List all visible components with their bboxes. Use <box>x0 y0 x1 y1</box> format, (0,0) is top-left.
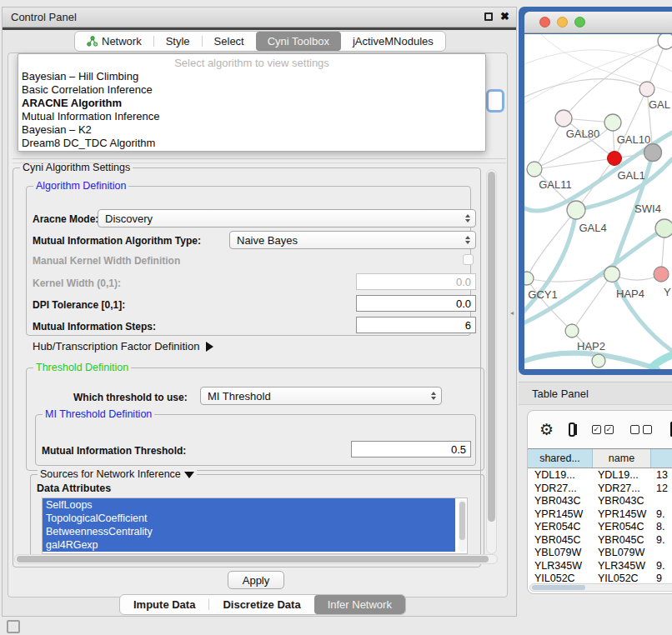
node-hap4[interactable] <box>604 267 620 282</box>
close-traffic-light-icon[interactable] <box>539 17 550 28</box>
column-header-shared-name[interactable]: shared... <box>528 449 593 468</box>
tab-jactivemnodules[interactable]: jActiveMNodules <box>341 32 445 51</box>
table-row[interactable]: YDR27... YDR27... 12 <box>528 482 672 496</box>
table-toolbar: ⚙ ✓ ✓ <box>528 411 672 448</box>
which-threshold-combo[interactable]: MI Threshold <box>200 387 442 405</box>
algorithm-option-selected[interactable]: ARACNE Algorithm <box>18 97 485 110</box>
manual-kernel-width-checkbox[interactable] <box>463 254 474 265</box>
cell-name: YBL079W <box>593 547 651 560</box>
node-gal80[interactable] <box>555 110 572 127</box>
mi-algorithm-type-combo[interactable]: Naive Bayes <box>229 231 476 249</box>
apply-button[interactable]: Apply <box>228 571 284 589</box>
cell-value <box>651 547 672 560</box>
kernel-width-field[interactable]: 0.0 <box>356 273 476 290</box>
table-row[interactable]: YDL19... YDL19... 13 <box>528 469 672 482</box>
node-label: GAL4 <box>579 222 606 234</box>
algorithm-option[interactable]: Bayesian – K2 <box>18 123 485 137</box>
cell-value: 9. <box>651 560 672 573</box>
cell-name: YLR345W <box>593 560 651 573</box>
node-label: GAL1 <box>617 169 644 182</box>
table-row[interactable]: YBL079W YBL079W <box>528 547 672 560</box>
network-window-titlebar[interactable] <box>524 12 672 33</box>
mi-threshold-label: Mutual Information Threshold: <box>42 445 186 457</box>
algorithm-option[interactable]: Dream8 DC_TDC Algorithm <box>18 137 485 150</box>
attribute-item-selected[interactable]: SelfLoops <box>43 498 455 512</box>
settings-horizontal-scrollbar[interactable] <box>14 554 498 564</box>
attribute-item-selected[interactable]: TopologicalCoefficient <box>43 512 455 525</box>
algorithm-dropdown-popup: Select algorithm to view settings Bayesi… <box>18 53 486 152</box>
mi-steps-field[interactable]: 6 <box>356 317 476 333</box>
cell-value: 9. <box>651 508 672 522</box>
column-header-clipped[interactable] <box>651 449 672 468</box>
mi-threshold-field[interactable]: 0.5 <box>351 441 471 458</box>
node-partial-top[interactable] <box>658 34 672 49</box>
attribute-item-selected[interactable]: gal4RGexp <box>43 538 455 552</box>
node-swi4[interactable] <box>655 219 672 238</box>
tab-network[interactable]: Network <box>75 32 153 51</box>
network-view-window[interactable]: GAL GAL80 GAL10 GAL1 GAL11 GAL4 SWI4 GCY… <box>519 7 672 375</box>
node-gal1-selected[interactable] <box>608 152 622 166</box>
splitpane-handle[interactable]: ◂ <box>510 309 515 318</box>
scrollbar-thumb[interactable] <box>532 585 585 590</box>
node-gal11[interactable] <box>527 162 542 177</box>
gear-icon[interactable]: ⚙ <box>539 420 554 439</box>
tab-select[interactable]: Select <box>203 32 256 51</box>
columns-icon[interactable] <box>569 422 575 437</box>
table-horizontal-scrollbar[interactable] <box>529 583 672 592</box>
data-attributes-list[interactable]: SelfLoops TopologicalCoefficient Between… <box>42 498 468 554</box>
node-gal4[interactable] <box>567 201 585 219</box>
scrollbar-thumb[interactable] <box>459 502 465 540</box>
tab-discretize-data[interactable]: Discretize Data <box>209 595 313 614</box>
collapse-arrow-icon <box>184 472 194 478</box>
select-all-checkboxes-icon[interactable]: ✓ ✓ <box>592 425 614 434</box>
close-icon[interactable]: ✖ <box>500 11 509 22</box>
zoom-traffic-light-icon[interactable] <box>574 17 585 28</box>
focused-combo-fragment[interactable] <box>486 89 504 112</box>
scrollbar-thumb[interactable] <box>488 172 495 522</box>
network-canvas[interactable]: GAL GAL80 GAL10 GAL1 GAL11 GAL4 SWI4 GCY… <box>524 34 672 369</box>
table-row[interactable]: YBR043C YBR043C <box>528 495 672 508</box>
tab-impute-data[interactable]: Impute Data <box>120 595 208 614</box>
algorithm-option[interactable]: Basic Correlation Inference <box>18 83 485 97</box>
table-body[interactable]: YDL19... YDL19... 13 YDR27... YDR27... 1… <box>528 469 672 582</box>
aracne-mode-value: Discovery <box>98 212 462 225</box>
aracne-mode-combo[interactable]: Discovery <box>98 209 476 228</box>
node-hap2[interactable] <box>565 324 579 338</box>
cell-name: YIL052C <box>593 572 651 582</box>
float-window-icon[interactable] <box>484 12 493 21</box>
tab-style[interactable]: Style <box>154 32 202 51</box>
settings-vertical-scrollbar[interactable] <box>486 169 497 554</box>
node-pink[interactable] <box>639 82 654 97</box>
collapsed-panel-icon[interactable] <box>7 620 20 633</box>
control-panel-titlebar[interactable]: Control Panel ✖ <box>3 8 516 28</box>
table-row[interactable]: YLR345W YLR345W 9. <box>528 560 672 573</box>
table-row[interactable]: YIL052C YIL052C 9 <box>528 572 672 582</box>
table-row[interactable]: YER054C YER054C 8. <box>528 521 672 534</box>
deselect-all-checkboxes-icon[interactable] <box>630 425 652 434</box>
dpi-tolerance-field[interactable]: 0.0 <box>356 295 476 312</box>
scrollbar-thumb[interactable] <box>17 556 489 562</box>
node-gcy1[interactable] <box>524 272 534 285</box>
algorithm-option[interactable]: Mutual Information Inference <box>18 110 485 123</box>
algorithm-option[interactable]: Bayesian – Hill Climbing <box>18 70 485 83</box>
network-graph: GAL GAL80 GAL10 GAL1 GAL11 GAL4 SWI4 GCY… <box>524 34 672 369</box>
table-row[interactable]: YPR145W YPR145W 9. <box>528 508 672 522</box>
node-bottom[interactable] <box>592 354 605 368</box>
cell-name: YBR045C <box>593 534 651 548</box>
attribute-item-selected[interactable]: BetweennessCentrality <box>43 525 455 538</box>
node-label: GAL80 <box>566 128 599 140</box>
node-gal10[interactable] <box>604 114 621 131</box>
node-salmon[interactable] <box>654 267 669 282</box>
attribute-list-scrollbar[interactable] <box>459 500 466 552</box>
tab-infer-network[interactable]: Infer Network <box>314 595 405 614</box>
column-header-name[interactable]: name <box>593 449 651 468</box>
table-row[interactable]: YBR045C YBR045C 9. <box>528 534 672 548</box>
hub-definition-expander[interactable]: Hub/Transcription Factor Definition <box>33 340 213 352</box>
cell-name: YPR145W <box>593 508 651 522</box>
tab-cyni-toolbox[interactable]: Cyni Toolbox <box>256 32 341 51</box>
bottom-tabbar: Impute Data Discretize Data Infer Networ… <box>119 594 406 615</box>
node-gray[interactable] <box>644 144 662 162</box>
sources-legend[interactable]: Sources for Network Inference <box>38 468 197 480</box>
table-panel-titlebar[interactable]: Table Panel <box>519 382 672 405</box>
minimize-traffic-light-icon[interactable] <box>557 17 568 28</box>
